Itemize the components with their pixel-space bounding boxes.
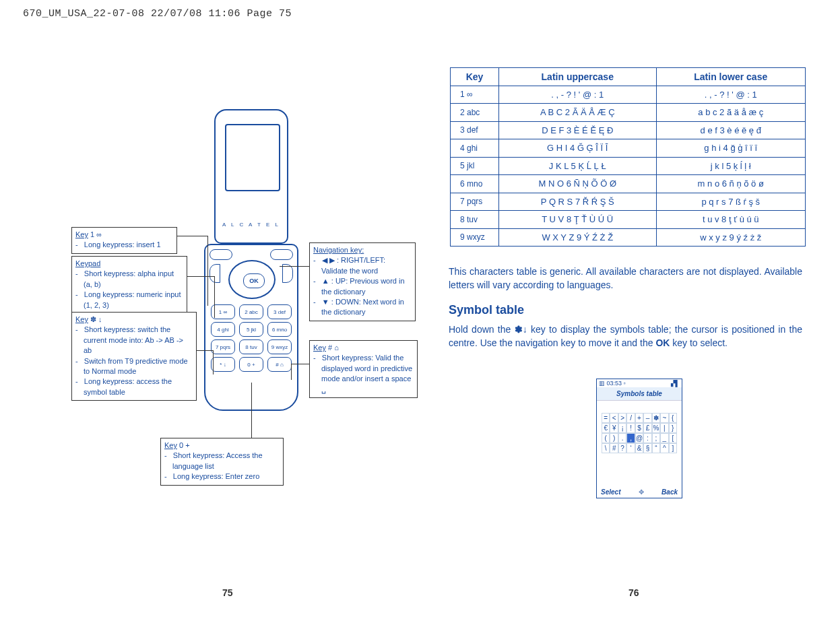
table-cell: 3 def — [451, 121, 499, 139]
signal-icon: ▞▌ — [671, 380, 680, 387]
softkey-right — [270, 249, 293, 260]
symbol-cell: < — [610, 413, 618, 423]
table-cell: . , - ? ! ' @ : 1 — [656, 86, 805, 104]
table-cell: j k l 5 ķ ĺ ļ ł — [656, 157, 805, 175]
key-0: 0 + — [239, 357, 263, 372]
table-cell: p q r s 7 ß ŕ ş š — [656, 193, 805, 211]
symbol-cell: . — [618, 433, 626, 443]
table-cell: . , - ? ! ' @ : 1 — [499, 86, 657, 104]
th-key: Key — [451, 68, 499, 86]
symbol-cell: / — [626, 413, 635, 423]
callout-item: ◀ ▶ : RIGHT/LEFT: Validate the word — [313, 255, 412, 276]
key-4: 4 ghi — [211, 322, 235, 337]
key-icon: 1 ∞ — [90, 230, 102, 238]
callout-title: Navigation key: — [313, 246, 364, 254]
key-8: 8 tuv — [239, 339, 263, 354]
softkey-select: Select — [601, 488, 620, 496]
table-cell: a b c 2 ã ä å æ ç — [656, 104, 805, 122]
symbol-cell: _ — [660, 433, 668, 443]
key-hash: # ⌂ — [267, 357, 292, 372]
table-cell: 7 pqrs — [451, 193, 499, 211]
th-upper: Latin uppercase — [499, 68, 657, 86]
leader-line — [280, 266, 309, 267]
characters-table: Key Latin uppercase Latin lower case 1 ∞… — [450, 67, 806, 247]
table-cell: 1 ∞ — [451, 86, 499, 104]
leader-line — [213, 350, 214, 374]
table-cell: g h i 4 ğ ģ î ï ī — [656, 139, 805, 158]
symbol-cell: : — [643, 433, 651, 443]
key-star: * ↓ — [211, 357, 235, 372]
ok-key-icon: OK — [655, 337, 670, 348]
paragraph-note: This characters table is generic. All av… — [449, 265, 802, 292]
table-cell: W X Y Z 9 Ý Ź Ż Ž — [499, 228, 657, 247]
callout-title: Keypad — [75, 259, 100, 267]
callout-hash-key: Key # ⌂ Short keypress: Valid the displa… — [309, 340, 418, 398]
symbol-cell: @ — [635, 433, 643, 443]
mini-time: ▥ 03:53 ▫ — [599, 380, 626, 387]
symbol-cell: # — [610, 443, 618, 453]
table-cell: A B C 2 Ã Ä Å Æ Ç — [499, 104, 657, 122]
softkey-back: Back — [661, 488, 678, 496]
key-6: 6 mno — [267, 322, 292, 337]
para-text: key to select. — [670, 337, 728, 348]
key-icon: 0 + — [179, 441, 190, 449]
star-key-icon: ✽↓ — [515, 324, 527, 335]
callout-item: Long keypress: access the symbol table — [75, 377, 193, 397]
callout-star-key: Key ✽ ↓ Short keypress: switch the curre… — [71, 312, 197, 401]
symbol-cell: ; — [652, 433, 660, 443]
paragraph-symbol-table: Hold down the ✽↓ key to display the symb… — [449, 323, 802, 350]
symbol-cell: $ — [635, 423, 643, 433]
key-3: 3 def — [267, 304, 292, 319]
mini-softkeys: Select ✥ Back — [597, 488, 682, 496]
table-cell: t u v 8 ţ ť ù ú ü — [656, 211, 805, 229]
callout-title: Key — [164, 441, 177, 449]
symbol-cell: § — [643, 443, 651, 453]
callout-item: ▲ : UP: Previous word in the dictionary — [313, 276, 412, 297]
callout-title: Key — [75, 315, 88, 323]
side-key-right — [282, 264, 293, 283]
symbol-cell: % — [652, 423, 660, 433]
phone-illustration: A L C A T E L 1 ∞ 2 abc 3 def 4 ghi 5 jk… — [202, 109, 301, 419]
leader-line — [177, 236, 207, 236]
callout-zero-key: Key 0 + Short keypress: Access the langu… — [160, 438, 284, 486]
leader-line — [251, 383, 252, 438]
key-7: 7 pqrs — [211, 339, 235, 354]
key-icon: # ⌂ — [328, 344, 339, 352]
symbol-cell: ( — [602, 433, 610, 443]
callout-item: Long keypress: Enter zero — [164, 471, 280, 482]
key-2: 2 abc — [239, 304, 263, 319]
symbol-cell: “ — [652, 443, 660, 453]
table-cell: d e f 3 è é ě ę đ — [656, 121, 805, 139]
symbol-cell: ¥ — [610, 423, 618, 433]
navigation-pad — [228, 260, 276, 299]
symbol-cell: ! — [626, 423, 635, 433]
symbol-cell: & — [635, 443, 643, 453]
phone-flip-top: A L C A T E L — [214, 109, 288, 244]
callout-title: Key — [313, 344, 326, 352]
page-number-75: 75 — [222, 587, 233, 598]
print-header: 670_UM_USA_22-07-08 22/07/08 11:06 Page … — [23, 8, 292, 20]
softkey-left — [209, 249, 232, 260]
symbol-cell: € — [602, 423, 610, 433]
page-76: Key Latin uppercase Latin lower case 1 ∞… — [420, 40, 840, 621]
symbol-cell: \ — [602, 443, 610, 453]
table-cell: T U V 8 Ţ Ť Ù Ú Ü — [499, 211, 657, 229]
table-cell: J K L 5 Ķ Ĺ Ļ Ł — [499, 157, 657, 175]
table-cell: 2 abc — [451, 104, 499, 122]
th-lower: Latin lower case — [656, 68, 805, 86]
key-icon: ✽ ↓ — [90, 315, 102, 323]
table-cell: m n o 6 ñ ņ õ ö ø — [656, 175, 805, 193]
table-cell: 6 mno — [451, 175, 499, 193]
side-key-left — [209, 264, 220, 283]
symbol-cell: ? — [618, 443, 626, 453]
symbol-cell: } — [669, 423, 677, 433]
phone-screen — [225, 124, 280, 191]
symbol-cell: – — [643, 413, 651, 423]
leader-line — [291, 364, 292, 380]
table-cell: M N O 6 Ñ Ņ Õ Ö Ø — [499, 175, 657, 193]
symbol-cell: ) — [610, 433, 618, 443]
leader-line — [291, 364, 309, 364]
callout-keypad: Keypad Short keypress: alpha input (a, b… — [71, 256, 187, 314]
symbol-cell: ¡ — [618, 423, 626, 433]
symbol-cell: [ — [669, 433, 677, 443]
